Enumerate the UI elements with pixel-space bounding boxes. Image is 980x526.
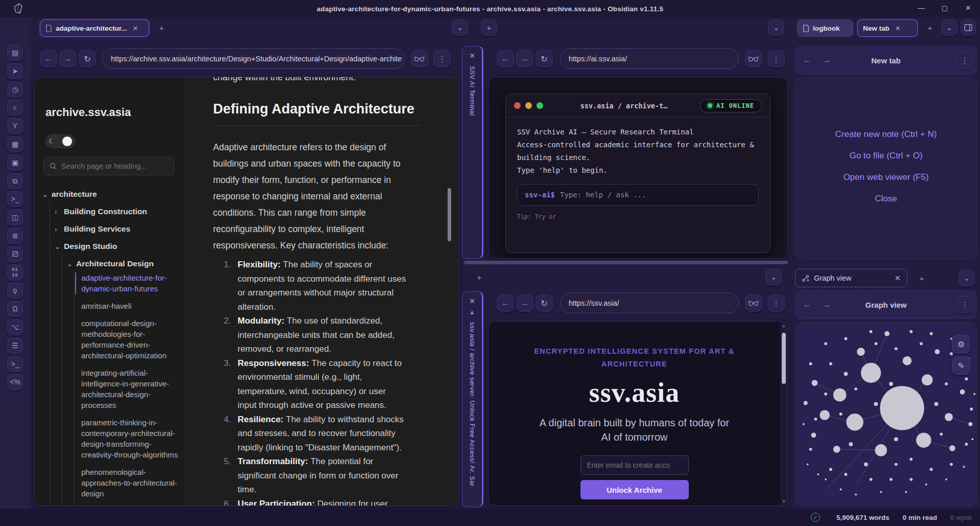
tab-adaptive-architecture[interactable]: adaptive-architectur... ✕	[40, 19, 149, 37]
theme-toggle[interactable]: ☾	[45, 134, 75, 148]
new-tab-button-right[interactable]: +	[922, 19, 938, 36]
layout-list-icon[interactable]: ▤	[7, 45, 23, 61]
send-icon[interactable]: ➤	[7, 63, 23, 79]
graph-node[interactable]	[844, 473, 847, 476]
tab-list-chevron-graph[interactable]: ⌄	[959, 270, 975, 286]
mic-icon[interactable]: ϙ	[7, 283, 23, 299]
graph-node[interactable]	[874, 402, 878, 406]
tab-new-tab[interactable]: New tab ✕	[857, 19, 918, 37]
back-button[interactable]: ←	[497, 50, 514, 67]
graph-node[interactable]	[895, 463, 898, 466]
graph-node[interactable]	[934, 402, 938, 406]
graph-node[interactable]	[909, 330, 913, 333]
forward-button[interactable]: →	[516, 294, 533, 312]
graph-node[interactable]	[833, 388, 847, 402]
graph-node[interactable]	[945, 382, 948, 385]
graph-node[interactable]	[817, 473, 819, 475]
graph-node[interactable]	[803, 423, 805, 425]
unlock-archive-button[interactable]: Unlock Archive	[580, 480, 689, 499]
graph-node[interactable]	[890, 478, 893, 481]
more-options-icon[interactable]: ⋮	[956, 52, 973, 69]
close-icon[interactable]: ✕	[462, 52, 482, 60]
tab-list-chevron-main[interactable]: ⌄	[452, 19, 468, 36]
graph-node[interactable]	[849, 442, 853, 446]
chevron-icon[interactable]: ›	[55, 208, 60, 216]
back-button[interactable]: ←	[40, 50, 57, 67]
forward-button[interactable]: →	[516, 50, 533, 67]
graph-node[interactable]	[914, 392, 918, 396]
graph-node[interactable]	[854, 387, 857, 391]
reader-mode-icon[interactable]	[745, 50, 762, 67]
new-tab-button-graph[interactable]: +	[914, 270, 930, 286]
chevron-icon[interactable]: ›	[55, 225, 60, 233]
calendar-icon[interactable]: ▣	[7, 155, 23, 171]
graph-node[interactable]	[970, 407, 973, 410]
right-sidebar-toggle[interactable]	[961, 19, 976, 36]
graph-node[interactable]	[968, 422, 972, 426]
graph-node[interactable]	[950, 352, 953, 355]
templater-icon[interactable]: <%	[7, 374, 23, 390]
clock-icon[interactable]: ◷	[7, 82, 23, 98]
tab-close-icon[interactable]: ✕	[895, 274, 901, 282]
tree-folder[interactable]: ⌄Design Studio	[42, 238, 183, 255]
more-options-icon[interactable]: ⋮	[433, 50, 451, 67]
graph-node[interactable]	[829, 468, 832, 471]
more-options-icon[interactable]: ⋮	[767, 294, 785, 312]
tree-page[interactable]: amritsar-haveli	[81, 301, 178, 311]
new-tab-action-link[interactable]: Open web viewer (F5)	[796, 172, 976, 182]
graph-node[interactable]	[807, 463, 809, 465]
tree-page[interactable]: phenomenological-approaches-to-architect…	[81, 467, 178, 499]
tab-close-icon[interactable]: ✕	[895, 25, 901, 32]
graph-node[interactable]	[894, 437, 898, 441]
graph-node[interactable]	[945, 413, 953, 421]
close-icon[interactable]: ✕	[462, 297, 482, 305]
address-bar-main[interactable]: https://archive.ssv.asia/architecture/De…	[102, 49, 405, 69]
graph-node[interactable]	[833, 446, 841, 453]
new-tab-action-link[interactable]: Close	[796, 194, 976, 204]
tree-folder[interactable]: ›Building Services	[42, 220, 183, 238]
address-bar-terminal[interactable]: https://ai.ssv.asia/	[560, 49, 739, 69]
database-icon[interactable]: ☰	[7, 338, 23, 354]
graph-node[interactable]	[950, 463, 953, 466]
back-button[interactable]: ←	[497, 294, 514, 312]
grid-icon[interactable]: ▦	[7, 136, 23, 152]
tree-page[interactable]: parametric-thinking-in-contemporary-arch…	[81, 417, 178, 460]
file-search-icon[interactable]: ⌕	[7, 100, 23, 116]
graph-node[interactable]	[870, 478, 873, 481]
reload-button[interactable]: ↻	[79, 50, 96, 67]
dice-icon[interactable]: ⚂	[7, 246, 23, 262]
graph-node[interactable]	[825, 478, 827, 481]
scrollbar-thumb[interactable]	[782, 333, 786, 384]
graph-node[interactable]	[925, 484, 927, 486]
graph-node[interactable]	[922, 374, 933, 385]
graph-node[interactable]	[960, 390, 965, 395]
new-tab-button-middle[interactable]: +	[471, 269, 487, 285]
new-tab-action-link[interactable]: Go to file (Ctrl + O)	[796, 151, 976, 161]
forward-button[interactable]: →	[59, 50, 77, 67]
graph-node[interactable]	[935, 349, 940, 354]
new-tab-action-link[interactable]: Create new note (Ctrl + N)	[796, 129, 976, 140]
graph-node[interactable]	[940, 432, 943, 436]
layout-panel-icon[interactable]: ◫	[7, 210, 23, 225]
chevron-icon[interactable]: ⌄	[67, 260, 72, 268]
tab-list-chevron-right[interactable]: ⌄	[768, 19, 784, 36]
graph-node[interactable]	[874, 342, 877, 345]
graph-tools-icon[interactable]: ✎	[952, 356, 970, 375]
tree-folder[interactable]: ⌄architecture	[42, 186, 183, 203]
tab-list-chevron-far-right[interactable]: ⌄	[941, 19, 958, 36]
graph-node[interactable]	[895, 347, 898, 350]
ghost-icon[interactable]: Ω	[7, 301, 23, 317]
collapsed-tab-terminal[interactable]: ✕ SSV AI Terminal	[462, 46, 483, 259]
graph-node[interactable]	[920, 342, 923, 345]
tab-logbook[interactable]: logbook	[797, 19, 853, 37]
terminal-square-icon[interactable]: >_	[7, 356, 23, 372]
reader-mode-icon[interactable]	[411, 50, 428, 67]
graph-node[interactable]	[884, 331, 890, 336]
reader-mode-icon[interactable]	[745, 294, 762, 312]
graph-node[interactable]	[889, 382, 893, 386]
tree-folder[interactable]: ⌄Architectural Design	[42, 255, 183, 272]
graph-node[interactable]	[902, 356, 912, 365]
scroll-down-icon[interactable]: ▼	[780, 499, 787, 504]
graph-node[interactable]	[875, 444, 887, 456]
graph-node[interactable]	[844, 337, 847, 340]
